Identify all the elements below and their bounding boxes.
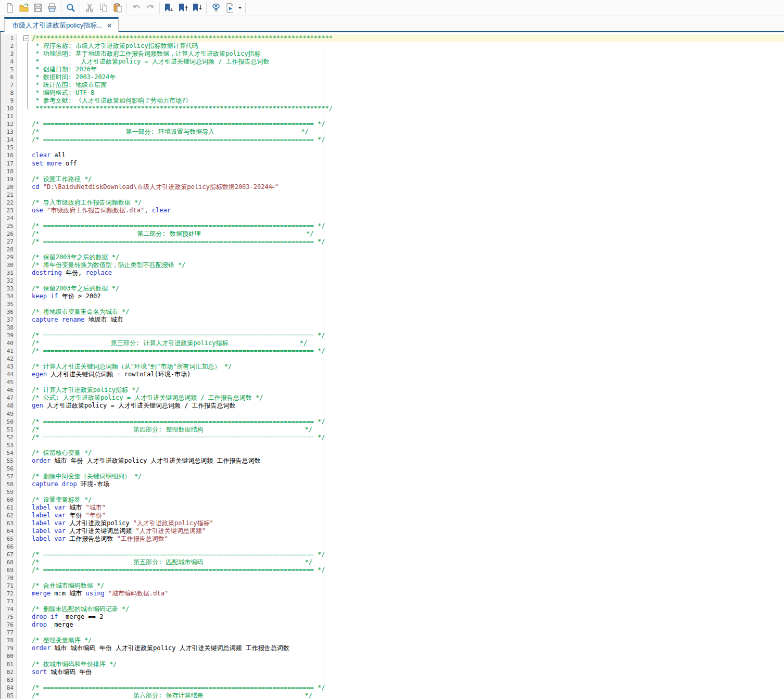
code-line[interactable]: 18	[1, 168, 784, 175]
redo-button[interactable]	[143, 1, 157, 15]
code-line[interactable]: 81/* 按城市编码和年份排序 */	[1, 660, 784, 668]
code-line[interactable]: 64label var 人才引进关键词总词频 "人才引进关键词总词频"	[1, 527, 784, 535]
code-line[interactable]: 60/* 设置变量标签 */	[1, 496, 784, 504]
code-line[interactable]: 54/* 保留核心变量 */	[1, 449, 784, 457]
bookmark-toggle-button[interactable]: ±	[162, 1, 176, 15]
code-line[interactable]: 35	[1, 300, 784, 308]
code-line[interactable]: 39/* ===================================…	[1, 332, 784, 339]
code-line[interactable]: 68/* 第五部分: 匹配城市编码 */	[1, 558, 784, 566]
code-line[interactable]: 53	[1, 441, 784, 449]
fold-collapse-button[interactable]: −	[23, 35, 29, 41]
code-line[interactable]: 61label var 城市 "城市"	[1, 504, 784, 512]
code-line[interactable]: 27/* ===================================…	[1, 238, 784, 246]
code-line[interactable]: 15	[1, 144, 784, 151]
code-line[interactable]: 28	[1, 246, 784, 253]
code-line[interactable]: 34keep if 年份 > 2002	[1, 293, 784, 300]
code-line[interactable]: 16clear all	[1, 151, 784, 159]
code-line[interactable]: 66	[1, 543, 784, 551]
code-line[interactable]: 45	[1, 378, 784, 386]
bookmark-next-button[interactable]	[190, 1, 204, 15]
print-button[interactable]	[45, 1, 59, 15]
code-line[interactable]: 47/* 公式: 人才引进政策policy = 人才引进关键词总词频 / 工作报…	[1, 394, 784, 402]
code-line[interactable]: 32	[1, 277, 784, 285]
code-line[interactable]: 57/* 删除中间变量（关键词明细列） */	[1, 473, 784, 480]
code-line[interactable]: 20cd "D:\BaiduNetdiskDownload\市级人才引进政策po…	[1, 183, 784, 191]
code-editor[interactable]: 1−/*************************************…	[0, 32, 784, 699]
code-line[interactable]: 75drop if _merge == 2	[1, 613, 784, 621]
code-line[interactable]: 17set more off	[1, 160, 784, 168]
code-line[interactable]: 23use "市级政府工作报告词频数据.dta", clear	[1, 207, 784, 214]
code-line[interactable]: 58capture drop 环境-市场	[1, 480, 784, 488]
code-line[interactable]: 11	[1, 112, 784, 120]
code-line[interactable]: 70	[1, 574, 784, 582]
tab-close-button[interactable]: ×	[105, 21, 114, 30]
code-line[interactable]: 55order 城市 年份 人才引进政策policy 人才引进关键词总词频 工作…	[1, 457, 784, 465]
code-line[interactable]: 40/* 第三部分: 计算人才引进政策policy指标 */	[1, 339, 784, 347]
code-line[interactable]: 42	[1, 355, 784, 363]
code-line[interactable]: 80	[1, 652, 784, 660]
code-line[interactable]: 2 * 程序名称: 市级人才引进政策policy指标数据计算代码	[1, 42, 784, 50]
code-line[interactable]: 38	[1, 324, 784, 332]
code-line[interactable]: 50/* ===================================…	[1, 418, 784, 426]
code-line[interactable]: 22/* 导入市级政府工作报告词频数据 */	[1, 199, 784, 207]
code-line[interactable]: 67/* ===================================…	[1, 551, 784, 558]
code-line[interactable]: 24	[1, 214, 784, 222]
code-line[interactable]: 26/* 第二部分: 数据预处理 */	[1, 230, 784, 238]
code-line[interactable]: 29/* 保留2003年之后的数据 */	[1, 253, 784, 261]
code-line[interactable]: 3 * 功能说明: 基于地级市政府工作报告词频数据，计算人才引进政策policy…	[1, 50, 784, 58]
code-line[interactable]: 7 * 统计范围: 地级市层面	[1, 81, 784, 89]
code-line[interactable]: 76drop _merge	[1, 621, 784, 629]
save-file-button[interactable]	[31, 1, 45, 15]
code-line[interactable]: 8 * 编码格式: UTF-8	[1, 89, 784, 97]
code-line[interactable]: 62label var 年份 "年份"	[1, 512, 784, 519]
code-line[interactable]: 9 * 参考文献: 《人才引进政策如何影响了劳动力市场?》	[1, 97, 784, 105]
code-line[interactable]: 25/* ===================================…	[1, 222, 784, 230]
code-line[interactable]: 14/* ===================================…	[1, 136, 784, 144]
code-line[interactable]: 72merge m:m 城市 using "城市编码数据.dta"	[1, 590, 784, 598]
code-line[interactable]: 78/* 整理变量顺序 */	[1, 637, 784, 644]
code-line[interactable]: 10 *************************************…	[1, 105, 784, 112]
code-line[interactable]: 63label var 人才引进政策policy "人才引进政策policy指标…	[1, 519, 784, 527]
code-line[interactable]: 69/* ===================================…	[1, 566, 784, 574]
code-line[interactable]: 52/* ===================================…	[1, 434, 784, 441]
code-line[interactable]: 21	[1, 191, 784, 199]
code-line[interactable]: 84/* ===================================…	[1, 684, 784, 692]
code-line[interactable]: 73	[1, 598, 784, 605]
code-line[interactable]: 46/* 计算人才引进政策policy指标 */	[1, 386, 784, 394]
code-line[interactable]: 19/* 设置工作路径 */	[1, 175, 784, 183]
preview-button[interactable]	[209, 1, 223, 15]
code-line[interactable]: 4 * 人才引进政策policy = 人才引进关键词总词频 / 工作报告总词数	[1, 58, 784, 66]
find-button[interactable]	[64, 1, 78, 15]
code-line[interactable]: 33/* 保留2003年之后的数据 */	[1, 285, 784, 293]
undo-button[interactable]	[129, 1, 143, 15]
code-line[interactable]: 6 * 数据时间: 2003-2024年	[1, 73, 784, 81]
code-line[interactable]: 36/* 将地级市变量重命名为城市 */	[1, 308, 784, 316]
code-line[interactable]: 71/* 合并城市编码数据 */	[1, 582, 784, 590]
code-line[interactable]: 13/* 第一部分: 环境设置与数据导入 */	[1, 128, 784, 136]
code-line[interactable]: 83	[1, 676, 784, 684]
code-line[interactable]: 82sort 城市编码 年份	[1, 668, 784, 676]
execute-menu-button[interactable]	[237, 1, 243, 15]
code-line[interactable]: 37capture rename 地级市 城市	[1, 316, 784, 324]
code-line[interactable]: 5 * 创建日期: 2026年	[1, 66, 784, 73]
code-line[interactable]: 59	[1, 488, 784, 496]
code-line[interactable]: 48gen 人才引进政策policy = 人才引进关键词总词频 / 工作报告总词…	[1, 402, 784, 410]
code-line[interactable]: 44egen 人才引进关键词总词频 = rowtotal(环境-市场)	[1, 371, 784, 378]
code-line[interactable]: 12/* ===================================…	[1, 120, 784, 128]
code-line[interactable]: 41/* ===================================…	[1, 347, 784, 355]
cut-button[interactable]	[82, 1, 96, 15]
code-line[interactable]: 49	[1, 410, 784, 418]
code-line[interactable]: 79order 城市 城市编码 年份 人才引进政策policy 人才引进关键词总…	[1, 644, 784, 652]
code-line[interactable]: 77	[1, 629, 784, 637]
code-line[interactable]: 43/* 计算人才引进关键词总词频（从"环境"到"市场"所有词汇加总） */	[1, 363, 784, 371]
code-line[interactable]: 51/* 第四部分: 整理数据结构 */	[1, 426, 784, 434]
execute-do-button[interactable]	[223, 1, 237, 15]
code-line[interactable]: 56	[1, 465, 784, 473]
code-line[interactable]: 31destring 年份, replace	[1, 269, 784, 277]
code-line[interactable]: 65label var 工作报告总词数 "工作报告总词数"	[1, 535, 784, 543]
bookmark-previous-button[interactable]	[176, 1, 190, 15]
code-line[interactable]: 85/* 第六部分: 保存计算结果 */	[1, 692, 784, 699]
open-file-button[interactable]	[17, 1, 31, 15]
paste-button[interactable]	[110, 1, 124, 15]
code-line[interactable]: 74/* 删除未匹配的城市编码记录 */	[1, 605, 784, 613]
